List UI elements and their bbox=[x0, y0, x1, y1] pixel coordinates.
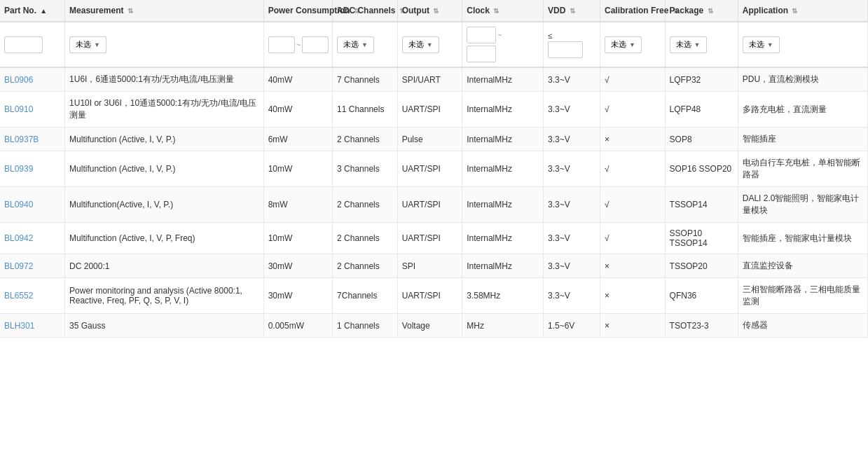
part-link-5[interactable]: BL0942 bbox=[4, 233, 33, 243]
col-header-app-label: Application bbox=[743, 6, 788, 15]
part-link-0[interactable]: BL0906 bbox=[4, 75, 33, 85]
cell-vdd-3: 3.3~V bbox=[543, 151, 600, 187]
filter-dropdown-adc-label: 未选 bbox=[343, 39, 359, 50]
table-row: BL09061U6I，6通道5000:1有功/无功/电流/电压测量40mW7 C… bbox=[0, 67, 868, 92]
filter-input-clock-min[interactable] bbox=[467, 27, 496, 43]
filter-input-power-min[interactable] bbox=[268, 36, 295, 53]
cal-mark-5: √ bbox=[605, 233, 609, 243]
filter-dropdown-adc[interactable]: 未选 ▼ bbox=[337, 36, 374, 53]
filter-input-part[interactable] bbox=[4, 36, 43, 53]
cal-mark-6: × bbox=[605, 261, 609, 271]
cell-part-4: BL0940 bbox=[0, 187, 65, 223]
filter-cell-measurement: 未选 ▼ bbox=[65, 22, 264, 67]
col-header-adc[interactable]: ADC Channels ⇅ bbox=[333, 0, 398, 22]
col-header-output-label: Output bbox=[402, 6, 429, 15]
cell-measurement-4: Multifunction(Active, I, V, P.) bbox=[65, 187, 264, 223]
table-row: BL0937BMultifunction (Active, I, V, P.)6… bbox=[0, 128, 868, 151]
cell-measurement-6: DC 2000:1 bbox=[65, 254, 264, 278]
filter-input-clock-max[interactable] bbox=[467, 46, 496, 62]
cell-output-8: Voltage bbox=[397, 314, 462, 338]
cell-cal-2: × bbox=[600, 128, 665, 151]
cell-app-3: 电动自行车充电桩，单相智能断路器 bbox=[738, 151, 867, 187]
col-header-measurement[interactable]: Measurement ⇅ bbox=[65, 0, 264, 22]
cal-mark-1: √ bbox=[605, 104, 609, 114]
filter-dropdown-package[interactable]: 未选 ▼ bbox=[670, 36, 707, 53]
filter-dropdown-package-label: 未选 bbox=[676, 39, 691, 50]
col-header-part[interactable]: Part No. ▲ bbox=[0, 0, 65, 22]
cal-mark-3: √ bbox=[605, 164, 609, 174]
cell-vdd-2: 3.3~V bbox=[543, 128, 600, 151]
cell-measurement-2: Multifunction (Active, I, V, P.) bbox=[65, 128, 264, 151]
cell-vdd-5: 3.3~V bbox=[543, 223, 600, 254]
cell-adc-7: 7Channels bbox=[333, 278, 398, 314]
cell-output-1: UART/SPI bbox=[397, 92, 462, 128]
col-header-clock[interactable]: Clock ⇅ bbox=[462, 0, 544, 22]
filter-cell-package: 未选 ▼ bbox=[665, 22, 738, 67]
cell-part-1: BL0910 bbox=[0, 92, 65, 128]
sort-icon-vdd: ⇅ bbox=[570, 7, 575, 15]
sort-icon-clock: ⇅ bbox=[493, 7, 499, 15]
cell-package-1: LQFP48 bbox=[665, 92, 738, 128]
cell-package-7: QFN36 bbox=[665, 278, 738, 314]
part-link-3[interactable]: BL0939 bbox=[4, 164, 33, 174]
cell-measurement-7: Power monitoring and analysis (Active 80… bbox=[65, 278, 264, 314]
table-row: BL0942Multifunction (Active, I, V, P, Fr… bbox=[0, 223, 868, 254]
cell-output-7: UART/SPI bbox=[397, 278, 462, 314]
col-header-power[interactable]: Power Consumption ⇅ bbox=[263, 0, 332, 22]
col-header-package[interactable]: Package ⇅ bbox=[665, 0, 738, 22]
filter-cell-clock: ~ bbox=[462, 22, 544, 67]
table-row: BLH30135 Gauss0.005mW1 ChannelsVoltageMH… bbox=[0, 314, 868, 338]
filter-cell-output: 未选 ▼ bbox=[397, 22, 462, 67]
table-row: BL6552Power monitoring and analysis (Act… bbox=[0, 278, 868, 314]
col-header-part-label: Part No. bbox=[4, 6, 36, 15]
cell-measurement-1: 1U10I or 3U6I，10通道5000:1有功/无功/电流/电压测量 bbox=[65, 92, 264, 128]
filter-range-power: ~ bbox=[268, 36, 328, 53]
cell-output-5: UART/SPI bbox=[397, 223, 462, 254]
filter-dropdown-app-label: 未选 bbox=[749, 39, 764, 50]
part-link-4[interactable]: BL0940 bbox=[4, 200, 33, 209]
main-table-wrapper: Part No. ▲ Measurement ⇅ Power Consumpti… bbox=[0, 0, 868, 338]
part-link-6[interactable]: BL0972 bbox=[4, 261, 33, 271]
dropdown-arrow-output: ▼ bbox=[427, 41, 433, 48]
cell-package-6: TSSOP20 bbox=[665, 254, 738, 278]
header-row: Part No. ▲ Measurement ⇅ Power Consumpti… bbox=[0, 0, 868, 22]
filter-range-clock: ~ bbox=[467, 27, 539, 62]
filter-cell-part bbox=[0, 22, 65, 67]
filter-dropdown-output[interactable]: 未选 ▼ bbox=[402, 36, 439, 53]
col-header-output[interactable]: Output ⇅ bbox=[397, 0, 462, 22]
cell-output-0: SPI/UART bbox=[397, 67, 462, 92]
cell-cal-7: × bbox=[600, 278, 665, 314]
col-header-app[interactable]: Application ⇅ bbox=[738, 0, 867, 22]
filter-dropdown-measurement[interactable]: 未选 ▼ bbox=[69, 36, 106, 53]
part-link-7[interactable]: BL6552 bbox=[4, 291, 33, 301]
filter-input-power-max[interactable] bbox=[302, 36, 329, 53]
part-link-8[interactable]: BLH301 bbox=[4, 321, 34, 331]
col-header-adc-label: ADC Channels bbox=[337, 6, 395, 15]
cell-part-3: BL0939 bbox=[0, 151, 65, 187]
filter-dropdown-app[interactable]: 未选 ▼ bbox=[743, 36, 780, 53]
cell-app-2: 智能插座 bbox=[738, 128, 867, 151]
cell-part-0: BL0906 bbox=[0, 67, 65, 92]
part-link-2[interactable]: BL0937B bbox=[4, 135, 39, 144]
cell-clock-1: InternalMHz bbox=[462, 92, 544, 128]
col-header-cal[interactable]: Calibration Free ⇅ bbox=[600, 0, 665, 22]
filter-cell-cal: 未选 ▼ bbox=[600, 22, 665, 67]
cell-adc-4: 2 Channels bbox=[333, 187, 398, 223]
filter-dropdown-cal-label: 未选 bbox=[611, 39, 626, 50]
table-row: BL0939Multifunction (Active, I, V, P.)10… bbox=[0, 151, 868, 187]
product-table: Part No. ▲ Measurement ⇅ Power Consumpti… bbox=[0, 0, 868, 338]
cell-power-3: 10mW bbox=[263, 151, 332, 187]
filter-dropdown-cal[interactable]: 未选 ▼ bbox=[605, 36, 642, 53]
cell-part-6: BL0972 bbox=[0, 254, 65, 278]
part-link-1[interactable]: BL0910 bbox=[4, 104, 33, 114]
dropdown-arrow-package: ▼ bbox=[694, 41, 701, 48]
table-row: BL0972DC 2000:130mW2 ChannelsSPIInternal… bbox=[0, 254, 868, 278]
cell-cal-4: √ bbox=[600, 187, 665, 223]
filter-cell-app: 未选 ▼ bbox=[738, 22, 867, 67]
col-header-vdd[interactable]: VDD ⇅ bbox=[543, 0, 600, 22]
cell-package-3: SOP16 SSOP20 bbox=[665, 151, 738, 187]
cell-power-8: 0.005mW bbox=[263, 314, 332, 338]
filter-input-vdd[interactable] bbox=[548, 41, 583, 58]
cell-app-8: 传感器 bbox=[738, 314, 867, 338]
filter-row: 未选 ▼ ~ 未选 ▼ bbox=[0, 22, 868, 67]
